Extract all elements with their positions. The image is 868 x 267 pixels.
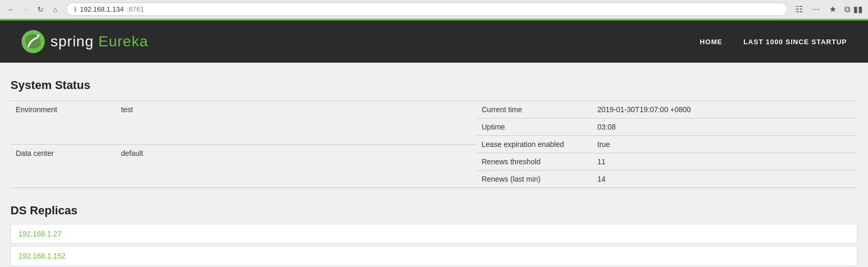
- row-label: Data center: [11, 144, 116, 188]
- row-value: default: [116, 144, 477, 188]
- status-table-right: Current time2019-01-30T19:07:00 +0800Upt…: [477, 101, 858, 188]
- row-label: Lease expiration enabled: [477, 136, 592, 153]
- table-row: Lease expiration enabledtrue: [477, 136, 858, 153]
- home-button[interactable]: ⌂: [49, 4, 61, 15]
- replica-link[interactable]: 192.168.1.152: [18, 252, 66, 260]
- table-row: Uptime03:08: [477, 118, 858, 136]
- spring-logo-icon: [21, 29, 45, 54]
- table-row: Renews threshold11: [477, 153, 858, 171]
- table-row: Environmenttest: [11, 101, 477, 145]
- row-label: Environment: [11, 101, 116, 145]
- secure-icon: ℹ: [74, 6, 77, 13]
- app-nav: HOME LAST 1000 SINCE STARTUP: [700, 38, 847, 46]
- back-button[interactable]: ←: [5, 4, 17, 15]
- system-status-title: System Status: [11, 78, 857, 92]
- nav-last1000-link[interactable]: LAST 1000 SINCE STARTUP: [743, 38, 847, 46]
- table-row: Current time2019-01-30T19:07:00 +0800: [477, 101, 858, 118]
- row-value: test: [116, 101, 477, 145]
- svg-point-1: [37, 34, 39, 36]
- row-label: Renews (last min): [477, 171, 592, 188]
- address-bar[interactable]: ℹ 192.168.1.134:8761: [66, 3, 788, 16]
- row-value: 03:08: [592, 118, 858, 136]
- replica-item: 192.168.1.27: [11, 224, 857, 244]
- logo-eureka: Eureka: [98, 33, 148, 50]
- table-row: Renews (last min)14: [477, 171, 858, 188]
- table-row: Data centerdefault: [11, 144, 477, 188]
- logo-text: spring Eureka: [51, 33, 148, 50]
- replicas-container: 192.168.1.27192.168.1.152: [11, 224, 857, 266]
- row-label: Uptime: [477, 118, 592, 136]
- url-base: 192.168.1.134: [80, 5, 124, 13]
- refresh-button[interactable]: ↻: [35, 4, 46, 15]
- extensions-icon[interactable]: ⧉: [844, 5, 850, 14]
- url-port: :8761: [127, 5, 144, 13]
- browser-actions: ☷ ⋯ ★: [793, 3, 839, 16]
- row-label: Current time: [477, 101, 592, 118]
- row-value: 14: [592, 171, 858, 188]
- status-table-left: EnvironmenttestData centerdefault: [11, 101, 477, 188]
- browser-right-icons: ⧉ ▮▮: [844, 4, 863, 14]
- replica-link[interactable]: 192.168.1.27: [18, 230, 62, 238]
- bookmark-icon[interactable]: ★: [826, 3, 839, 16]
- profile-icon[interactable]: ▮▮: [853, 4, 863, 14]
- browser-chrome: ← → ↻ ⌂ ℹ 192.168.1.134:8761 ☷ ⋯ ★ ⧉ ▮▮: [0, 0, 868, 19]
- row-value: true: [592, 136, 858, 153]
- browser-nav-buttons: ← → ↻ ⌂: [5, 4, 61, 15]
- replica-item: 192.168.1.152: [11, 246, 857, 266]
- qr-icon[interactable]: ☷: [793, 3, 805, 16]
- menu-icon[interactable]: ⋯: [810, 3, 822, 16]
- forward-button[interactable]: →: [20, 4, 32, 15]
- row-value: 2019-01-30T19:07:00 +0800: [592, 101, 858, 118]
- row-value: 11: [592, 153, 858, 171]
- ds-replicas-title: DS Replicas: [11, 204, 857, 217]
- row-label: Renews threshold: [477, 153, 592, 171]
- nav-home-link[interactable]: HOME: [700, 38, 722, 46]
- main-content: System Status EnvironmenttestData center…: [0, 63, 868, 267]
- status-grid: EnvironmenttestData centerdefault Curren…: [11, 101, 857, 188]
- app-header: spring Eureka HOME LAST 1000 SINCE START…: [0, 21, 868, 63]
- logo-spring: spring: [51, 33, 94, 50]
- app-logo: spring Eureka: [21, 29, 148, 54]
